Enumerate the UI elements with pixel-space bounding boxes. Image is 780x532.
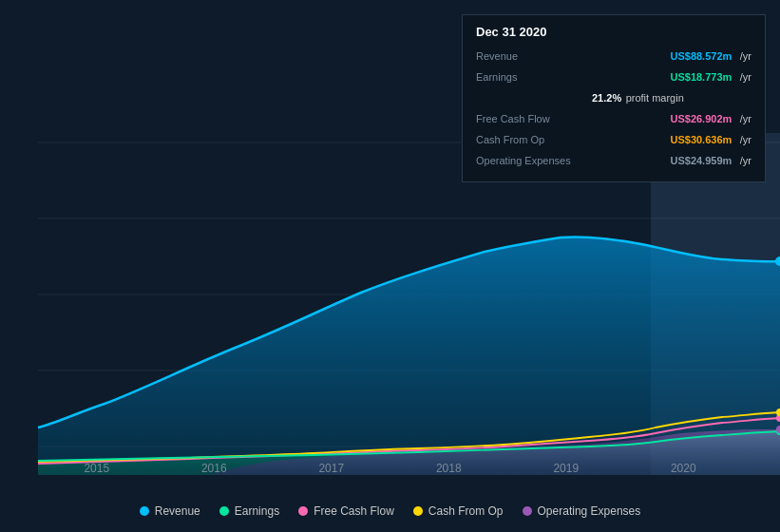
- tooltip-earnings-suffix: /yr: [740, 71, 751, 83]
- x-label-2015: 2015: [84, 462, 109, 475]
- tooltip-fcf-row: Free Cash Flow US$26.902m /yr: [476, 109, 751, 126]
- legend-item-revenue[interactable]: Revenue: [140, 504, 200, 518]
- tooltip-cfo-label: Cash From Op: [476, 134, 590, 145]
- legend-label-opex: Operating Expenses: [538, 504, 641, 518]
- chart-svg: [0, 133, 780, 475]
- x-label-2020: 2020: [671, 462, 696, 475]
- tooltip-earnings-value: US$18.773m: [670, 71, 732, 83]
- tooltip-opex-suffix: /yr: [740, 155, 751, 166]
- legend-item-opex[interactable]: Operating Expenses: [523, 504, 641, 518]
- tooltip-opex-label: Operating Expenses: [476, 155, 590, 166]
- legend-label-fcf: Free Cash Flow: [314, 504, 394, 518]
- legend-item-earnings[interactable]: Earnings: [219, 504, 279, 518]
- tooltip-fcf-label: Free Cash Flow: [476, 113, 590, 124]
- tooltip-cfo-row: Cash From Op US$30.636m /yr: [476, 130, 751, 147]
- tooltip-fcf-value: US$26.902m: [670, 113, 732, 124]
- tooltip-earnings-row: Earnings US$18.773m /yr: [476, 67, 751, 85]
- legend: Revenue Earnings Free Cash Flow Cash Fro…: [0, 504, 780, 518]
- tooltip-profit-margin-value: 21.2%: [592, 92, 621, 104]
- legend-dot-opex: [523, 506, 532, 516]
- legend-label-earnings: Earnings: [235, 504, 279, 518]
- legend-item-cfo[interactable]: Cash From Op: [413, 504, 504, 518]
- tooltip-cfo-suffix: /yr: [740, 134, 751, 145]
- tooltip-revenue-row: Revenue US$88.572m /yr: [476, 47, 751, 64]
- tooltip-profit-margin-label2: profit margin: [626, 92, 684, 104]
- tooltip-opex-row: Operating Expenses US$24.959m /yr: [476, 151, 751, 168]
- tooltip-cfo-value: US$30.636m: [670, 134, 732, 145]
- tooltip-earnings-label: Earnings: [476, 71, 590, 83]
- x-label-2019: 2019: [553, 462, 579, 475]
- chart-container: Dec 31 2020 Revenue US$88.572m /yr Earni…: [0, 0, 780, 532]
- tooltip-box: Dec 31 2020 Revenue US$88.572m /yr Earni…: [462, 14, 766, 182]
- x-axis: 2015 2016 2017 2018 2019 2020: [0, 462, 780, 475]
- tooltip-profit-margin-row: 21.2% profit margin: [592, 88, 751, 105]
- tooltip-opex-value: US$24.959m: [670, 155, 732, 166]
- tooltip-revenue-label: Revenue: [476, 50, 590, 62]
- x-label-2017: 2017: [318, 462, 344, 475]
- x-label-2018: 2018: [436, 462, 462, 475]
- legend-dot-cfo: [413, 506, 423, 516]
- legend-item-fcf[interactable]: Free Cash Flow: [298, 504, 394, 518]
- legend-label-revenue: Revenue: [155, 504, 200, 518]
- legend-dot-earnings: [219, 506, 229, 516]
- legend-label-cfo: Cash From Op: [428, 504, 504, 518]
- tooltip-revenue-suffix: /yr: [740, 50, 751, 62]
- legend-dot-revenue: [140, 506, 149, 516]
- tooltip-revenue-value: US$88.572m: [670, 50, 732, 62]
- tooltip-date: Dec 31 2020: [476, 25, 751, 39]
- tooltip-fcf-suffix: /yr: [740, 113, 751, 124]
- x-label-2016: 2016: [201, 462, 227, 475]
- legend-dot-fcf: [298, 506, 308, 516]
